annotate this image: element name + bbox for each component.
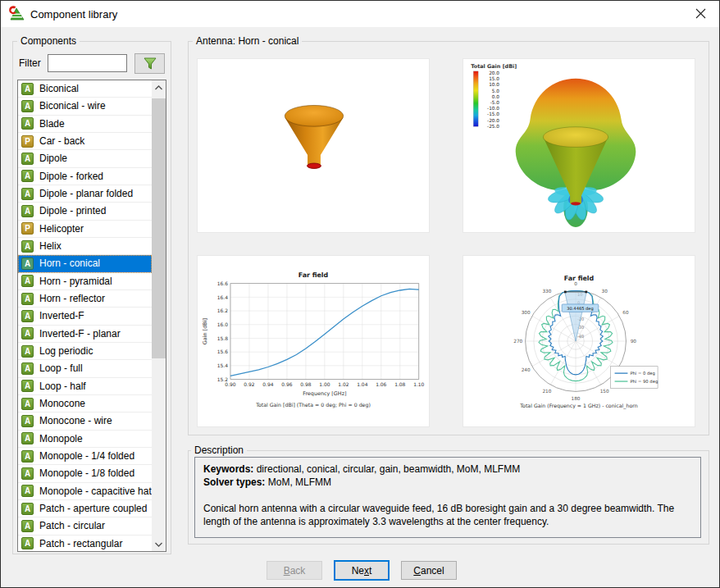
svg-text:16.0: 16.0 <box>217 321 228 327</box>
close-button[interactable] <box>681 1 719 26</box>
description-body: Conical horn antenna with a circular wav… <box>203 502 692 528</box>
svg-text:Frequency [GHz]: Frequency [GHz] <box>303 390 346 397</box>
keywords-value: directional, conical, circular, gain, be… <box>253 463 520 475</box>
list-item[interactable]: AMonopole - capacitive hat <box>18 483 152 500</box>
list-item[interactable]: AMonopole - 1/8 folded <box>18 465 152 482</box>
list-item-label: Monopole - 1/4 folded <box>39 450 134 462</box>
svg-text:Total Gain [dBi]: Total Gain [dBi] <box>471 63 517 70</box>
list-item-label: Loop - full <box>39 362 83 374</box>
list-item[interactable]: AHorn - reflector <box>18 290 152 308</box>
list-item-label: Helicopter <box>39 223 84 235</box>
svg-text:15.6: 15.6 <box>217 349 228 354</box>
antenna-icon: A <box>21 293 34 305</box>
filter-label: Filter <box>19 57 41 69</box>
list-item-label: Loop - half <box>39 381 86 392</box>
antenna-icon: A <box>21 100 34 112</box>
list-item[interactable]: APatch - rectangular <box>18 536 152 552</box>
gain-frequency-chart: 0.900.920.940.960.981.001.021.041.061.08… <box>197 255 430 427</box>
list-item[interactable]: AInverted-F <box>18 308 152 325</box>
list-item-label: Helix <box>39 240 62 252</box>
list-item[interactable]: ADipole - forked <box>18 168 152 185</box>
antenna-icon: A <box>21 188 34 200</box>
platform-icon: P <box>21 222 34 235</box>
svg-text:Total Gain [dBi] (Theta = 0 de: Total Gain [dBi] (Theta = 0 deg; Phi = 0… <box>255 402 371 408</box>
svg-text:Total Gain (Frequency = 1 GHz): Total Gain (Frequency = 1 GHz) - conical… <box>519 403 637 409</box>
list-item[interactable]: ABiconical - wire <box>18 98 152 115</box>
list-item[interactable]: AHelix <box>18 238 152 255</box>
svg-text:16.2: 16.2 <box>217 308 228 313</box>
list-item[interactable]: ADipole <box>18 150 152 167</box>
list-item-label: Patch - rectangular <box>39 538 122 549</box>
list-item-label: Horn - pyramidal <box>39 276 112 287</box>
list-item-label: Monopole - 1/8 folded <box>39 467 134 479</box>
svg-text:-10.0: -10.0 <box>487 106 499 111</box>
list-item[interactable]: AHorn - conical <box>18 255 152 272</box>
antenna-icon: A <box>21 415 34 427</box>
filter-input[interactable] <box>48 54 127 72</box>
filter-button[interactable] <box>134 53 165 74</box>
next-button[interactable]: Next <box>334 560 390 581</box>
preview-group-label: Antenna: Horn - conical <box>193 35 302 47</box>
scroll-up-button[interactable] <box>152 80 166 94</box>
chevron-up-icon <box>154 84 163 91</box>
solver-types-line: Solver types: MoM, MLFMM <box>203 476 692 489</box>
horn-3d-image <box>197 58 430 233</box>
list-item[interactable]: ALog periodic <box>18 343 152 360</box>
svg-text:-5.0: -5.0 <box>490 100 500 105</box>
svg-text:1.04: 1.04 <box>357 381 367 387</box>
antenna-icon: A <box>21 450 34 463</box>
scroll-down-button[interactable] <box>152 537 166 551</box>
antenna-icon: A <box>21 153 34 165</box>
svg-text:240: 240 <box>522 367 531 372</box>
list-scrollbar[interactable] <box>152 80 166 551</box>
list-item-label: Monopole - capacitive hat <box>39 485 152 497</box>
list-item[interactable]: AMonocone - wire <box>18 413 152 430</box>
svg-text:16.6: 16.6 <box>217 280 228 286</box>
antenna-icon: A <box>21 327 34 340</box>
svg-text:Far field: Far field <box>564 275 595 282</box>
list-item-label: Horn - conical <box>39 258 100 269</box>
list-item-label: Inverted-F - planar <box>39 328 121 340</box>
list-item[interactable]: PCar - back <box>18 133 152 150</box>
polar-pattern-chart: 0306090120150180210240270300330100-20-30… <box>463 255 695 427</box>
list-item[interactable]: APatch - aperture coupled <box>18 500 152 517</box>
scroll-thumb[interactable] <box>152 98 166 358</box>
list-item[interactable]: ADipole - planar folded <box>18 185 152 203</box>
antenna-icon: A <box>21 117 34 130</box>
antenna-icon: A <box>21 345 34 358</box>
list-item-label: Monopole <box>39 433 83 444</box>
app-icon <box>8 6 25 22</box>
list-item[interactable]: AMonopole <box>18 431 152 448</box>
svg-text:15.8: 15.8 <box>217 335 228 341</box>
antenna-icon: A <box>21 398 34 410</box>
svg-text:30: 30 <box>602 289 608 294</box>
antenna-icon: A <box>21 467 34 480</box>
list-item[interactable]: APatch - circular <box>18 517 152 535</box>
list-item-label: Biconical - wire <box>39 100 106 112</box>
svg-text:1.06: 1.06 <box>376 381 386 387</box>
list-item[interactable]: AHorn - pyramidal <box>18 273 152 290</box>
list-item[interactable]: ALoop - half <box>18 378 152 395</box>
list-item-label: Dipole - forked <box>39 171 103 182</box>
close-icon <box>695 8 706 19</box>
platform-icon: P <box>21 135 34 148</box>
list-item[interactable]: ADipole - printed <box>18 203 152 220</box>
svg-text:0.94: 0.94 <box>262 381 273 387</box>
svg-text:15.4: 15.4 <box>217 362 228 368</box>
gain-colorbar-legend: Total Gain [dBi]20.015.010.05.00.0-5.0-1… <box>471 63 517 129</box>
list-item[interactable]: AMonocone <box>18 395 152 413</box>
list-item-label: Car - back <box>39 135 84 147</box>
list-item-label: Blade <box>39 118 65 130</box>
list-item[interactable]: AInverted-F - planar <box>18 326 152 343</box>
list-item[interactable]: ABiconical <box>18 80 152 98</box>
list-item[interactable]: AMonopole - 1/4 folded <box>18 448 152 465</box>
cancel-button[interactable]: Cancel <box>401 561 457 580</box>
antenna-icon: A <box>21 275 34 287</box>
list-item-label: Patch - circular <box>39 520 105 531</box>
list-item[interactable]: ALoop - full <box>18 360 152 377</box>
list-item[interactable]: PHelicopter <box>18 221 152 238</box>
list-item-label: Dipole - printed <box>39 205 106 217</box>
list-item[interactable]: ABlade <box>18 116 152 133</box>
svg-text:Far field: Far field <box>298 271 329 279</box>
svg-text:210: 210 <box>542 389 551 394</box>
